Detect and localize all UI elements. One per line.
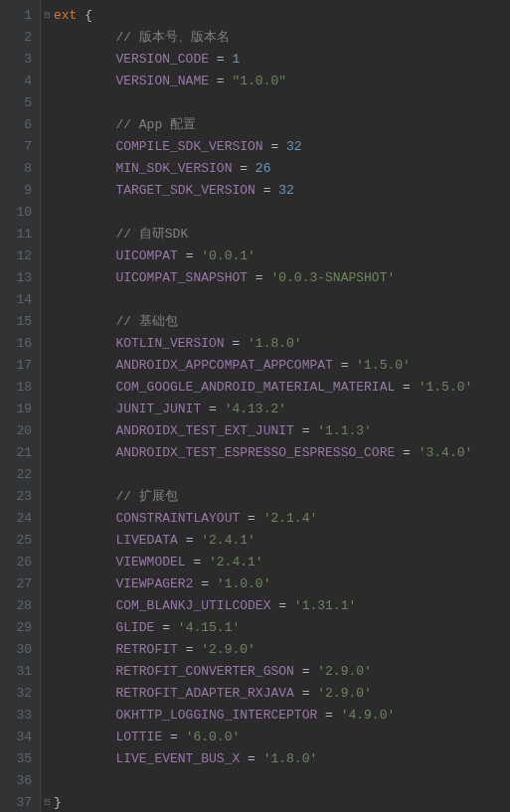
code-line (54, 202, 510, 224)
line-number: 1 (0, 5, 32, 27)
identifier: ANDROIDX_APPCOMPAT_APPCOMPAT (54, 358, 333, 373)
string: '1.8.0' (248, 336, 302, 351)
comment: // App 配置 (54, 117, 196, 132)
code-line: ANDROIDX_APPCOMPAT_APPCOMPAT = '1.5.0' (54, 355, 510, 377)
identifier: COMPILE_SDK_VERSION (54, 139, 263, 154)
code-line: RETROFIT_ADAPTER_RXJAVA = '2.9.0' (54, 683, 510, 705)
code-line (54, 289, 510, 311)
identifier: GLIDE (54, 620, 154, 635)
identifier: VERSION_CODE (54, 52, 209, 67)
line-number: 20 (0, 420, 32, 442)
identifier: OKHTTP_LOGGING_INTERCEPTOR (54, 708, 317, 723)
code-line: OKHTTP_LOGGING_INTERCEPTOR = '4.9.0' (54, 705, 510, 727)
code-line: UICOMPAT = '0.0.1' (54, 245, 510, 267)
line-number: 36 (0, 770, 32, 792)
operator: = (225, 336, 248, 351)
operator: = (201, 402, 224, 416)
string: '1.5.0' (419, 380, 473, 395)
line-number: 33 (0, 705, 32, 727)
comment: // 版本号、版本名 (54, 30, 230, 45)
operator: = (294, 664, 317, 679)
operator: = (395, 380, 418, 395)
code-line: // 扩展包 (54, 486, 510, 508)
line-number: 13 (0, 267, 32, 289)
operator: = (178, 533, 201, 548)
string: '3.4.0' (419, 445, 473, 460)
identifier: ANDROIDX_TEST_EXT_JUNIT (54, 423, 294, 438)
code-line: LIVE_EVENT_BUS_X = '1.8.0' (54, 748, 510, 770)
line-number: 19 (0, 399, 32, 420)
code-line: COMPILE_SDK_VERSION = 32 (54, 136, 510, 158)
code-line: RETROFIT_CONVERTER_GSON = '2.9.0' (54, 661, 510, 683)
code-line: // App 配置 (54, 114, 510, 136)
code-line: RETROFIT = '2.9.0' (54, 639, 510, 661)
string: '2.9.0' (317, 686, 372, 701)
identifier: JUNIT_JUNIT (54, 402, 201, 416)
code-line: MIN_SDK_VERSION = 26 (54, 158, 510, 180)
code-line (54, 92, 510, 114)
identifier: CONSTRAINTLAYOUT (54, 511, 240, 526)
identifier: VERSION_NAME (54, 74, 209, 88)
line-number: 25 (0, 530, 32, 552)
code-line: LIVEDATA = '2.4.1' (54, 530, 510, 552)
identifier: COM_BLANKJ_UTILCODEX (54, 598, 270, 613)
string: '4.15.1' (178, 620, 240, 635)
line-number: 8 (0, 158, 32, 180)
code-line: ANDROIDX_TEST_ESPRESSO_ESPRESSO_CORE = '… (54, 442, 510, 464)
code-line: VERSION_NAME = "1.0.0" (54, 71, 510, 92)
identifier: COM_GOOGLE_ANDROID_MATERIAL_MATERIAL (54, 380, 395, 395)
line-number: 5 (0, 92, 32, 114)
code-editor[interactable]: ext { // 版本号、版本名 VERSION_CODE = 1 VERSIO… (54, 0, 510, 812)
line-number: 4 (0, 71, 32, 92)
comment: // 自研SDK (54, 227, 188, 242)
string: '1.31.1' (294, 598, 356, 613)
fold-close-icon[interactable]: ⊟ (41, 792, 54, 812)
operator: = (240, 511, 262, 526)
operator: = (186, 555, 209, 569)
fold-open-icon[interactable]: ⊟ (41, 5, 54, 27)
identifier: RETROFIT_ADAPTER_RXJAVA (54, 686, 294, 701)
code-line: TARGET_SDK_VERSION = 32 (54, 180, 510, 202)
line-number: 23 (0, 486, 32, 508)
code-line: VIEWMODEL = '2.4.1' (54, 552, 510, 573)
number: 26 (255, 161, 271, 176)
code-line: // 版本号、版本名 (54, 27, 510, 49)
string: '1.0.0' (217, 576, 271, 591)
code-line: JUNIT_JUNIT = '4.13.2' (54, 399, 510, 420)
identifier: RETROFIT_CONVERTER_GSON (54, 664, 294, 679)
operator: = (270, 598, 293, 613)
operator: = (232, 161, 255, 176)
code-line: ext { (54, 5, 510, 27)
code-line: COM_BLANKJ_UTILCODEX = '1.31.1' (54, 595, 510, 617)
identifier: KOTLIN_VERSION (54, 336, 225, 351)
identifier: RETROFIT (54, 642, 178, 657)
string: '0.0.3-SNAPSHOT' (270, 270, 395, 285)
string: '1.8.0' (263, 751, 318, 766)
identifier: LIVEDATA (54, 533, 178, 548)
line-number: 12 (0, 245, 32, 267)
code-line: UICOMPAT_SNAPSHOT = '0.0.3-SNAPSHOT' (54, 267, 510, 289)
operator: = (255, 183, 278, 198)
string: '0.0.1' (201, 248, 255, 263)
line-number: 16 (0, 333, 32, 355)
comment: // 基础包 (54, 314, 178, 329)
line-number: 7 (0, 136, 32, 158)
string: '1.1.3' (317, 423, 372, 438)
line-number: 31 (0, 661, 32, 683)
string: '2.4.1' (209, 555, 263, 569)
code-line (54, 464, 510, 486)
operator: = (395, 445, 418, 460)
operator: = (248, 270, 270, 285)
keyword: ext (54, 8, 77, 23)
line-number: 26 (0, 552, 32, 573)
code-line: // 自研SDK (54, 224, 510, 245)
string: '2.4.1' (201, 533, 255, 548)
number: 1 (232, 52, 240, 67)
identifier: TARGET_SDK_VERSION (54, 183, 255, 198)
comment: // 扩展包 (54, 489, 178, 504)
operator: = (263, 139, 286, 154)
code-line: GLIDE = '4.15.1' (54, 617, 510, 639)
identifier: UICOMPAT_SNAPSHOT (54, 270, 248, 285)
brace: { (77, 8, 92, 23)
line-number: 3 (0, 49, 32, 71)
